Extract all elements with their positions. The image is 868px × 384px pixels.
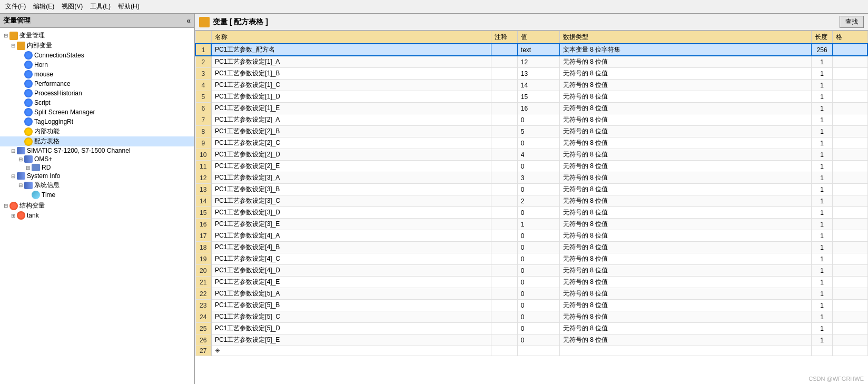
menu-view[interactable]: 视图(V)	[58, 1, 86, 12]
cell-name: PC1工艺参数_配方名	[211, 44, 491, 56]
cell-value: 13	[517, 68, 559, 80]
expand-simatic[interactable]: ⊟	[9, 148, 17, 154]
cell-notes	[491, 277, 517, 288]
table-row[interactable]: 20PC1工艺参数设定[4]_D0无符号的 8 位值1	[195, 265, 867, 277]
sidebar-item-struct[interactable]: ⊟ 结构变量	[0, 201, 194, 211]
sidebar-item-tagloggingrt[interactable]: TagLoggingRt	[0, 117, 194, 126]
cell-num: 4	[195, 80, 211, 91]
cell-name: PC1工艺参数设定[5]_B	[211, 300, 491, 311]
table-row[interactable]: 16PC1工艺参数设定[3]_E1无符号的 8 位值1	[195, 219, 867, 230]
search-button[interactable]: 查找	[840, 16, 864, 28]
cell-value: 0	[517, 137, 559, 149]
label-peifang: 配方表格	[34, 137, 60, 146]
label-tagloggingrt: TagLoggingRt	[34, 118, 73, 125]
table-row[interactable]: 4PC1工艺参数设定[1]_C14无符号的 8 位值1	[195, 80, 867, 91]
table-row[interactable]: 23PC1工艺参数设定[5]_B0无符号的 8 位值1	[195, 300, 867, 311]
sidebar-item-peifang[interactable]: 配方表格	[0, 136, 194, 146]
expand-horn	[17, 62, 24, 68]
table-row[interactable]: 22PC1工艺参数设定[5]_A0无符号的 8 位值1	[195, 288, 867, 300]
cell-notes	[491, 103, 517, 114]
menu-tools[interactable]: 工具(L)	[87, 1, 114, 12]
clock-icon-time	[32, 191, 40, 199]
table-row[interactable]: 1PC1工艺参数_配方名text文本变量 8 位字符集256	[195, 44, 867, 56]
sidebar-item-performance[interactable]: Performance	[0, 79, 194, 88]
gear-icon-tagloggingrt	[24, 117, 33, 126]
table-row[interactable]: 2PC1工艺参数设定[1]_A12无符号的 8 位值1	[195, 56, 867, 68]
table-row[interactable]: 15PC1工艺参数设定[3]_D0无符号的 8 位值1	[195, 207, 867, 219]
expand-struct[interactable]: ⊟	[2, 203, 9, 209]
sidebar-item-horn[interactable]: Horn	[0, 60, 194, 70]
menu-edit[interactable]: 编辑(E)	[30, 1, 57, 12]
cell-name: PC1工艺参数设定[4]_D	[211, 265, 491, 277]
cell-extra	[833, 103, 867, 114]
cell-length: 1	[812, 288, 833, 300]
table-row[interactable]: 27✳	[195, 346, 867, 356]
table-row[interactable]: 26PC1工艺参数设定[5]_E0无符号的 8 位值1	[195, 334, 867, 346]
table-row[interactable]: 12PC1工艺参数设定[3]_A3无符号的 8 位值1	[195, 172, 867, 184]
table-row[interactable]: 8PC1工艺参数设定[2]_B5无符号的 8 位值1	[195, 126, 867, 137]
label-struct: 结构变量	[19, 201, 45, 210]
sidebar-item-oms[interactable]: ⊟ OMS+	[0, 155, 194, 163]
table-row[interactable]: 9PC1工艺参数设定[2]_C0无符号的 8 位值1	[195, 137, 867, 149]
table-row[interactable]: 17PC1工艺参数设定[4]_A0无符号的 8 位值1	[195, 230, 867, 242]
table-row[interactable]: 10PC1工艺参数设定[2]_D4无符号的 8 位值1	[195, 149, 867, 161]
menu-help[interactable]: 帮助(H)	[115, 1, 143, 12]
sidebar-item-neibu[interactable]: 内部功能	[0, 126, 194, 136]
tree-node-root: ⊟ 变量管理 ⊟ 内部变量 ConnectionStates	[0, 30, 194, 200]
sidebar-item-processhistorian[interactable]: ProcessHistorian	[0, 88, 194, 98]
expand-oms[interactable]: ⊟	[17, 156, 24, 162]
menu-file[interactable]: 文件(F)	[2, 1, 29, 12]
cell-num: 26	[195, 334, 211, 346]
sidebar-item-simatic[interactable]: ⊟ SIMATIC S7-1200, S7-1500 Channel	[0, 146, 194, 155]
sidebar-item-root[interactable]: ⊟ 变量管理	[0, 31, 194, 41]
cell-type: 无符号的 8 位值	[559, 195, 811, 207]
cell-type: 无符号的 8 位值	[559, 68, 811, 80]
expand-peifang	[17, 139, 24, 144]
table-row[interactable]: 25PC1工艺参数设定[5]_D0无符号的 8 位值1	[195, 323, 867, 334]
cell-num: 22	[195, 288, 211, 300]
cell-notes	[491, 300, 517, 311]
sidebar-item-splitscreen[interactable]: Split Screen Manager	[0, 107, 194, 117]
table-row[interactable]: 14PC1工艺参数设定[3]_C2无符号的 8 位值1	[195, 195, 867, 207]
sidebar-item-rd[interactable]: ⊞ RD	[0, 163, 194, 172]
sidebar-item-mouse[interactable]: mouse	[0, 70, 194, 79]
expand-rd[interactable]: ⊞	[24, 165, 32, 171]
expand-internal[interactable]: ⊟	[9, 43, 17, 48]
cell-name: PC1工艺参数设定[3]_A	[211, 172, 491, 184]
gear-icon-splitscreen	[24, 108, 33, 116]
panel-title-icon	[199, 17, 210, 27]
table-row[interactable]: 6PC1工艺参数设定[1]_E16无符号的 8 位值1	[195, 103, 867, 114]
col-num	[195, 31, 211, 44]
table-row[interactable]: 13PC1工艺参数设定[3]_B0无符号的 8 位值1	[195, 184, 867, 195]
sidebar-item-script[interactable]: Script	[0, 98, 194, 107]
sidebar-collapse-btn[interactable]: «	[186, 16, 191, 25]
expand-root[interactable]: ⊟	[2, 33, 9, 38]
sidebar-item-sysinfo2[interactable]: ⊟ 系统信息	[0, 180, 194, 190]
table-container[interactable]: 名称 注释 值 数据类型 长度 格 1PC1工艺参数_配方名text文本变量 8…	[195, 31, 868, 384]
expand-sysinfo[interactable]: ⊟	[9, 173, 17, 179]
cell-extra	[833, 230, 867, 242]
table-row[interactable]: 21PC1工艺参数设定[4]_E0无符号的 8 位值1	[195, 277, 867, 288]
expand-sysinfo2[interactable]: ⊟	[17, 182, 24, 188]
sidebar-item-tank[interactable]: ⊞ tank	[0, 211, 194, 220]
folder-icon-internal	[17, 42, 25, 50]
connector-icon-sysinfo2	[24, 182, 33, 189]
cell-length: 1	[812, 195, 833, 207]
table-row[interactable]: 19PC1工艺参数设定[4]_C0无符号的 8 位值1	[195, 253, 867, 265]
table-row[interactable]: 18PC1工艺参数设定[4]_B0无符号的 8 位值1	[195, 242, 867, 253]
expand-tank[interactable]: ⊞	[9, 213, 17, 219]
label-connectionstates: ConnectionStates	[34, 52, 84, 59]
sidebar-item-sysinfo[interactable]: ⊟ System Info	[0, 172, 194, 180]
cell-length: 1	[812, 149, 833, 161]
table-row[interactable]: 11PC1工艺参数设定[2]_E0无符号的 8 位值1	[195, 161, 867, 172]
cell-extra	[833, 288, 867, 300]
cell-type: 无符号的 8 位值	[559, 207, 811, 219]
sidebar-content[interactable]: ⊟ 变量管理 ⊟ 内部变量 ConnectionStates	[0, 28, 194, 384]
table-row[interactable]: 7PC1工艺参数设定[2]_A0无符号的 8 位值1	[195, 114, 867, 126]
sidebar-item-internal[interactable]: ⊟ 内部变量	[0, 41, 194, 51]
sidebar-item-connectionstates[interactable]: ConnectionStates	[0, 51, 194, 60]
table-row[interactable]: 24PC1工艺参数设定[5]_C0无符号的 8 位值1	[195, 311, 867, 323]
sidebar-item-time[interactable]: Time	[0, 190, 194, 200]
table-row[interactable]: 3PC1工艺参数设定[1]_B13无符号的 8 位值1	[195, 68, 867, 80]
table-row[interactable]: 5PC1工艺参数设定[1]_D15无符号的 8 位值1	[195, 91, 867, 103]
